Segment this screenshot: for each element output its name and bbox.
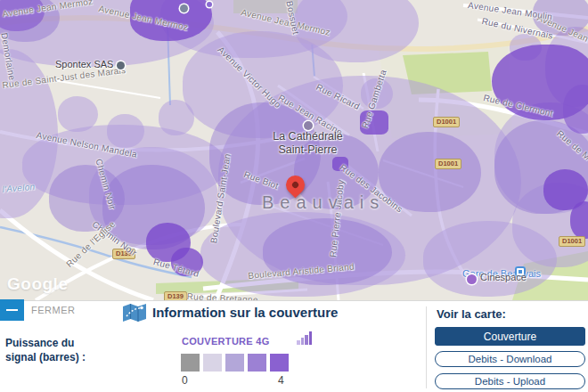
road-shield: D139 xyxy=(164,291,187,300)
legend-color-scale xyxy=(181,354,289,372)
legend-swatch xyxy=(248,354,266,372)
road-shield: D1001 xyxy=(433,117,460,127)
legend-swatch xyxy=(181,354,200,372)
road-shield: D1001 xyxy=(435,159,461,169)
cinema-icon[interactable] xyxy=(467,274,477,284)
legend-min-label: 0 xyxy=(182,374,188,387)
poi-icon[interactable] xyxy=(117,61,125,69)
panel-title: Information sur la couverture xyxy=(152,305,338,320)
legend-swatch xyxy=(203,354,222,372)
coverage-map-app: D139 D139 D1001 D1001 D1001 Avenue Jean … xyxy=(0,0,588,392)
panel-divider xyxy=(426,306,427,388)
coverage-info-panel: FERMER Information sur la couverture Pui… xyxy=(0,300,588,392)
map-canvas[interactable]: D139 D139 D1001 D1001 D1001 Avenue Jean … xyxy=(0,0,588,300)
poi-label-spontex[interactable]: Spontex SAS xyxy=(55,59,113,69)
legend-swatch xyxy=(225,354,244,372)
map-icon xyxy=(123,303,146,326)
voir-la-carte-heading: Voir la carte: xyxy=(437,307,506,321)
legend-max-label: 4 xyxy=(278,374,284,387)
debits-download-button[interactable]: Debits - Download xyxy=(435,351,585,367)
poi-label-cathedral[interactable]: La Cathédrale Saint-Pierre xyxy=(252,130,363,157)
google-logo[interactable]: Google xyxy=(7,274,68,294)
fermer-label[interactable]: FERMER xyxy=(31,305,75,315)
city-label: Beauvais xyxy=(262,192,385,213)
poi-icon[interactable] xyxy=(180,4,188,12)
poi-icon-cathedral[interactable] xyxy=(304,121,313,130)
poi-label-cinespace[interactable]: Cinespace xyxy=(480,272,527,282)
minus-icon xyxy=(6,309,18,311)
debits-upload-button[interactable]: Debits - Upload xyxy=(435,373,585,389)
couverture-button[interactable]: Couverture xyxy=(435,327,585,346)
poi-icon xyxy=(207,2,212,7)
legend-swatch xyxy=(270,354,289,372)
signal-bars-icon xyxy=(297,331,314,345)
fermer-button[interactable] xyxy=(0,299,24,321)
signal-strength-label: Puissance du signal (barres) : xyxy=(5,336,86,364)
legend-title: COUVERTURE 4G xyxy=(182,336,270,347)
road-shield: D1001 xyxy=(559,236,585,247)
